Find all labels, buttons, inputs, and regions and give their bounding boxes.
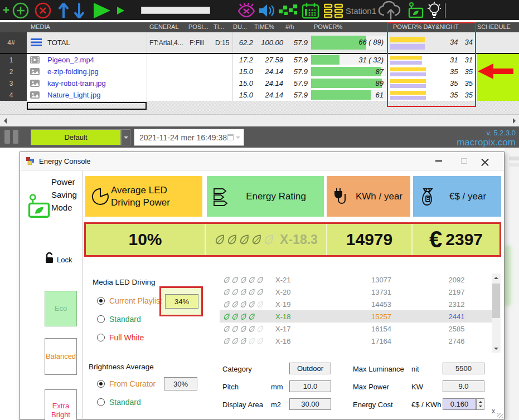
display-area-value[interactable]: 30.00: [289, 398, 331, 410]
preset-dropdown-button[interactable]: [121, 129, 130, 145]
radio-from-curator[interactable]: From Curator: [97, 378, 156, 389]
radio-icon[interactable]: [97, 297, 105, 305]
hide-preview-icon[interactable]: [236, 2, 256, 19]
mode-button-balanced[interactable]: Balanced: [45, 338, 77, 375]
energy-cost-spinner[interactable]: [476, 398, 484, 410]
horizontal-scrollbar[interactable]: [0, 114, 519, 126]
pitch-value[interactable]: 10.0: [289, 380, 331, 392]
radio-current-playlist[interactable]: Current Playlist: [97, 295, 162, 306]
pause-bar-icon[interactable]: [4, 130, 10, 144]
calendar-icon[interactable]: [301, 2, 320, 19]
resize-grip[interactable]: [497, 413, 503, 418]
signal-status-icon[interactable]: [279, 4, 298, 18]
add-media-button[interactable]: [12, 2, 30, 19]
col-general: GENERAL: [149, 23, 179, 30]
scroll-up-arrow[interactable]: [492, 274, 501, 282]
maximize-button[interactable]: [458, 155, 470, 167]
mode-label: Eco: [55, 304, 67, 313]
window-titlebar[interactable]: Energy Console: [20, 152, 504, 170]
rating-row[interactable]: X-21 13077 2092: [220, 274, 492, 286]
rating-cost: 2312: [426, 300, 487, 309]
move-down-button[interactable]: [72, 2, 86, 19]
scroll-right-arrow[interactable]: [509, 115, 519, 127]
row-power-value: 87: [376, 67, 384, 76]
rating-row[interactable]: X-20 13731 2197: [220, 286, 492, 298]
lock-icon[interactable]: [45, 252, 54, 263]
power-saving-mode-label: Power Saving Mode: [51, 175, 83, 214]
rating-name: X-19: [275, 300, 337, 309]
rating-row[interactable]: X-17 16154 2585: [220, 323, 492, 335]
scroll-down-arrow[interactable]: [492, 344, 501, 353]
media-file-name[interactable]: kay-robot-train.jpg: [47, 79, 106, 87]
rating-row-selected[interactable]: X-18 15257 2441: [220, 310, 492, 323]
max-power-value[interactable]: 9.0: [443, 380, 484, 392]
radio-label: Standard: [109, 315, 141, 324]
media-file-name[interactable]: Nature_Light.jpg: [47, 91, 100, 99]
spin-up-icon[interactable]: [479, 401, 482, 403]
pause-bar-icon[interactable]: [13, 130, 18, 144]
volume-slider[interactable]: [141, 7, 210, 14]
max-luminance-value[interactable]: 5500: [443, 363, 484, 374]
scrollbar-thumb[interactable]: [492, 284, 500, 318]
total-font-setting: FT:Arial,4...: [149, 39, 183, 47]
category-value[interactable]: Outdoor: [289, 363, 331, 374]
brightness-average-value[interactable]: 30%: [164, 377, 197, 390]
console-close-x[interactable]: x: [492, 407, 495, 415]
summary-kwh-year: 14979: [327, 224, 413, 255]
col-media: MEDIA: [31, 23, 50, 30]
add-mini-icon[interactable]: [2, 6, 10, 14]
preset-button[interactable]: Default: [31, 129, 121, 145]
image-file-icon: [30, 80, 40, 89]
station-label: Station1: [346, 6, 376, 16]
close-button[interactable]: [478, 155, 491, 167]
rating-kwh: 13731: [337, 288, 426, 296]
media-file-name[interactable]: e-zip-folding.jpg: [47, 67, 99, 76]
video-file-icon: [30, 56, 40, 65]
play-button[interactable]: [91, 2, 113, 19]
rating-row[interactable]: X-16 17164 2746: [220, 335, 492, 347]
drag-handle-icon[interactable]: [31, 38, 42, 48]
audio-icon[interactable]: [258, 3, 275, 18]
rating-row[interactable]: X-19 14453 2312: [220, 298, 492, 310]
lock-label: Lock: [57, 256, 72, 264]
datetime-dropdown-icons[interactable]: [227, 134, 240, 140]
row-du: 15.0: [227, 67, 253, 76]
radio-icon[interactable]: [97, 315, 105, 323]
delete-media-button[interactable]: [34, 2, 52, 19]
row-du: 15.0: [227, 79, 253, 87]
mode-button-extra-bright[interactable]: Extra Bright: [45, 389, 77, 420]
radio-full-white[interactable]: Full White: [97, 332, 144, 343]
row-per-hour: 57.9: [284, 67, 308, 76]
toolbar-separator: [445, 3, 445, 18]
main-toolbar: Station1: [0, 0, 519, 21]
cloud-upload-icon[interactable]: [377, 1, 405, 21]
mode-button-eco[interactable]: Eco: [45, 291, 77, 326]
power-saving-icon[interactable]: [407, 2, 425, 19]
media-led-driving-value[interactable]: 34%: [165, 294, 198, 309]
move-up-button[interactable]: [56, 2, 71, 19]
radio-icon[interactable]: [97, 380, 105, 388]
col-schedule: SCHEDULE: [477, 23, 511, 30]
rating-leaves-icons: [220, 301, 275, 308]
layout-grid-icon[interactable]: [323, 3, 343, 19]
radio-icon[interactable]: [97, 334, 105, 341]
rating-name: X-17: [275, 325, 337, 333]
energy-cost-value[interactable]: 0.160: [443, 398, 476, 410]
row-per-hour: 57.9: [284, 56, 308, 64]
energy-cost-unit: €$ / KWh: [411, 401, 441, 409]
spin-down-icon[interactable]: [479, 406, 482, 407]
radio-standard-brightness[interactable]: Standard: [97, 397, 141, 408]
play-preview-button[interactable]: [115, 5, 126, 16]
scroll-left-arrow[interactable]: [0, 115, 10, 127]
radio-icon[interactable]: [97, 398, 105, 406]
media-file-name[interactable]: Pigeon_2.mp4: [47, 56, 94, 64]
rating-name: X-16: [275, 337, 337, 345]
brightness-bulb-icon[interactable]: [427, 2, 442, 19]
minimize-button[interactable]: [433, 155, 445, 167]
datetime-picker[interactable]: 2021-11-24 mer 16:49:38: [134, 129, 244, 146]
app-window-icon: [26, 157, 35, 165]
energy-console-window: Energy Console Power Saving Mode Lock Ec…: [20, 152, 505, 420]
close-icon: [481, 158, 488, 165]
ratings-scrollbar[interactable]: [492, 274, 501, 353]
radio-standard-driving[interactable]: Standard: [97, 314, 141, 325]
